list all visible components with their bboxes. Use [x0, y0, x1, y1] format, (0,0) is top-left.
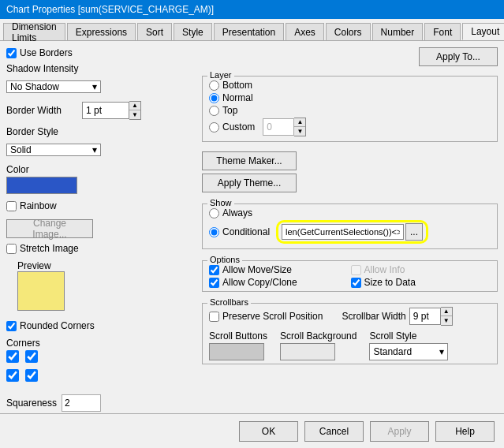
- left-panel: Use Borders Shadow Intensity No Shadow ▾…: [6, 47, 196, 407]
- border-width-up[interactable]: ▲: [129, 102, 140, 110]
- rounded-corners-checkbox[interactable]: [6, 321, 17, 331]
- tab-style[interactable]: Style: [174, 23, 212, 40]
- scroll-buttons-preview: [209, 343, 264, 360]
- ok-button[interactable]: OK: [239, 421, 298, 442]
- options-label: Options: [207, 255, 242, 264]
- allow-move-size-label: Allow Move/Size: [222, 264, 292, 275]
- conditional-highlight: ...: [276, 220, 428, 244]
- layer-custom-down[interactable]: ▼: [294, 127, 305, 136]
- scroll-buttons-section: Scroll Buttons: [209, 330, 267, 360]
- allow-info-row: Allow Info: [351, 264, 491, 275]
- layer-custom-label: Custom: [222, 121, 255, 133]
- allow-copy-clone-checkbox[interactable]: [209, 278, 219, 288]
- squareness-input[interactable]: [62, 394, 101, 412]
- show-always-radio[interactable]: [209, 208, 219, 218]
- tab-number[interactable]: Number: [372, 23, 424, 40]
- shadow-intensity-dropdown[interactable]: No Shadow ▾: [6, 80, 101, 93]
- size-to-data-label: Size to Data: [364, 277, 416, 288]
- right-panel: Apply To... Layer Bottom Normal Top Cust…: [202, 47, 498, 407]
- tab-font[interactable]: Font: [424, 23, 461, 40]
- scroll-buttons-label: Scroll Buttons: [209, 330, 267, 342]
- stretch-image-row: Stretch Image: [6, 243, 196, 254]
- scroll-background-label: Scroll Background: [280, 330, 357, 342]
- scrollbar-width-up[interactable]: ▲: [441, 308, 452, 316]
- tab-axes[interactable]: Axes: [286, 23, 324, 40]
- use-borders-row: Use Borders: [6, 47, 196, 58]
- layer-normal-row: Normal: [209, 92, 491, 103]
- layer-custom-row: Custom ▲ ▼: [209, 118, 491, 136]
- layer-group: Layer Bottom Normal Top Custom ▲: [202, 76, 498, 142]
- scroll-style-label: Scroll Style: [369, 330, 448, 342]
- tab-dimension-limits[interactable]: Dimension Limits: [3, 23, 65, 40]
- allow-info-checkbox[interactable]: [351, 265, 361, 275]
- layer-bottom-radio[interactable]: [209, 80, 219, 91]
- color-swatch[interactable]: [6, 177, 77, 194]
- scrollbar-width-input[interactable]: [409, 308, 441, 325]
- layer-bottom-row: Bottom: [209, 80, 491, 91]
- corner-br[interactable]: [25, 369, 38, 382]
- corner-tl[interactable]: [6, 350, 19, 363]
- border-width-label: Border Width: [6, 105, 77, 116]
- tab-presentation[interactable]: Presentation: [214, 23, 284, 40]
- title-bar: Chart Properties [sum(SERVICE_CHARGE_AM)…: [0, 0, 504, 19]
- corners-section: Corners: [6, 338, 196, 386]
- allow-move-size-checkbox[interactable]: [209, 265, 219, 275]
- size-to-data-checkbox[interactable]: [351, 278, 361, 288]
- layer-top-label: Top: [222, 105, 237, 116]
- show-conditional-radio[interactable]: [209, 227, 219, 237]
- layer-custom-input[interactable]: [263, 118, 294, 136]
- options-group: Options Allow Move/Size Allow Info Allow…: [202, 260, 498, 292]
- show-conditional-row: Conditional ...: [209, 220, 491, 244]
- tab-layout[interactable]: Layout: [462, 23, 504, 40]
- scrollbars-group: Scrollbars Preserve Scroll Position Scro…: [202, 303, 498, 364]
- layer-custom-radio[interactable]: [209, 122, 219, 133]
- layer-top-row: Top: [209, 105, 491, 116]
- preserve-scroll-checkbox[interactable]: [209, 312, 219, 322]
- scroll-style-dropdown[interactable]: Standard ▾: [369, 343, 448, 360]
- scroll-style-value: Standard: [373, 346, 412, 357]
- dropdown-arrow2-icon: ▾: [92, 144, 97, 155]
- layer-custom-up[interactable]: ▲: [294, 118, 305, 127]
- stretch-image-checkbox[interactable]: [6, 244, 17, 254]
- apply-button[interactable]: Apply: [370, 421, 429, 442]
- layer-custom-spin: ▲ ▼: [263, 118, 306, 136]
- corner-bl[interactable]: [6, 369, 19, 382]
- tab-colors[interactable]: Colors: [326, 23, 371, 40]
- theme-maker-button[interactable]: Theme Maker...: [202, 151, 297, 170]
- apply-theme-button[interactable]: Apply Theme...: [202, 174, 297, 192]
- rainbow-checkbox[interactable]: [6, 201, 17, 211]
- corners-grid: [6, 350, 196, 386]
- use-borders-label: Use Borders: [20, 47, 73, 58]
- show-always-label: Always: [222, 207, 252, 218]
- help-button[interactable]: Help: [435, 421, 495, 442]
- main-content: Use Borders Shadow Intensity No Shadow ▾…: [0, 41, 504, 413]
- layer-normal-radio[interactable]: [209, 93, 219, 103]
- border-style-row: Border Style: [6, 126, 196, 137]
- scroll-style-section: Scroll Style Standard ▾: [369, 330, 448, 360]
- border-width-input[interactable]: [82, 102, 129, 119]
- allow-move-size-row: Allow Move/Size: [209, 264, 349, 275]
- preserve-scroll-label: Preserve Scroll Position: [222, 311, 323, 322]
- scroll-style-arrow-icon: ▾: [439, 346, 444, 357]
- use-borders-checkbox[interactable]: [6, 48, 17, 58]
- tab-bar: Dimension Limits Expressions Sort Style …: [0, 19, 504, 41]
- scrollbar-width-spin: ▲ ▼: [409, 307, 453, 326]
- border-width-down[interactable]: ▼: [129, 110, 140, 119]
- show-conditional-label: Conditional: [222, 226, 270, 237]
- conditional-dots-button[interactable]: ...: [405, 223, 423, 241]
- apply-to-button[interactable]: Apply To...: [419, 47, 498, 66]
- border-style-dropdown[interactable]: Solid ▾: [6, 144, 101, 156]
- conditional-input[interactable]: [282, 224, 404, 240]
- corner-tr[interactable]: [25, 350, 38, 363]
- allow-info-label: Allow Info: [364, 264, 405, 275]
- cancel-button[interactable]: Cancel: [304, 421, 364, 442]
- tab-sort[interactable]: Sort: [137, 23, 172, 40]
- scrollbar-width-down[interactable]: ▼: [441, 316, 452, 325]
- tab-expressions[interactable]: Expressions: [67, 23, 136, 40]
- change-image-button[interactable]: Change Image...: [6, 219, 93, 238]
- show-label: Show: [207, 198, 234, 207]
- color-label: Color: [6, 164, 196, 175]
- show-always-row: Always: [209, 207, 491, 218]
- layer-top-radio[interactable]: [209, 106, 219, 116]
- layer-label: Layer: [207, 70, 234, 80]
